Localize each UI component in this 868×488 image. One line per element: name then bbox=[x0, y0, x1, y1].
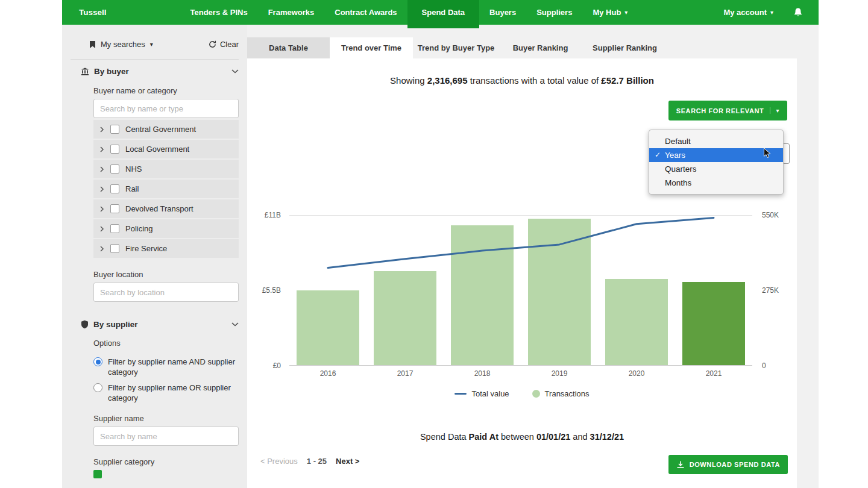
bar-2018[interactable] bbox=[451, 225, 514, 365]
buyer-category-row-devolved-transport[interactable]: Devolved Transport bbox=[93, 199, 239, 218]
nav-brand-tussell[interactable]: Tussell bbox=[62, 0, 120, 25]
tab-data-table[interactable]: Data Table bbox=[247, 37, 330, 58]
category-label: Rail bbox=[125, 184, 139, 193]
radio-checked-icon bbox=[93, 357, 102, 366]
tab-trend-over-time[interactable]: Trend over Time bbox=[330, 37, 413, 58]
footer-prefix: Spend Data bbox=[420, 432, 469, 442]
bookmark-icon bbox=[89, 40, 96, 49]
footer-and: and bbox=[570, 432, 590, 442]
buyer-category-row-nhs[interactable]: NHS bbox=[93, 160, 239, 178]
bar-slot bbox=[289, 216, 366, 365]
trend-chart: £11B £5.5B £0 550K 275K 0 bbox=[289, 215, 752, 366]
supplier-category-label: Supplier category bbox=[93, 457, 239, 466]
nav-item-suppliers[interactable]: Suppliers bbox=[526, 0, 582, 25]
nav-item-contract-awards[interactable]: Contract Awards bbox=[324, 0, 407, 25]
x-axis-label-2021: 2021 bbox=[675, 369, 752, 378]
granularity-dropdown-menu: Default ✓ Years Quarters Months bbox=[649, 130, 784, 195]
menu-item-months[interactable]: Months bbox=[649, 176, 783, 190]
my-searches-menu[interactable]: My searches ▾ bbox=[89, 40, 153, 49]
transaction-count: 2,316,695 bbox=[427, 75, 468, 86]
download-spend-data-button[interactable]: DOWNLOAD SPEND DATA bbox=[668, 455, 788, 474]
tab-supplier-ranking[interactable]: Supplier Ranking bbox=[582, 37, 668, 58]
bar-2020[interactable] bbox=[605, 279, 668, 365]
checkbox[interactable] bbox=[110, 125, 119, 134]
bar-slot bbox=[366, 216, 444, 365]
checkbox[interactable] bbox=[110, 184, 119, 193]
legend-total-value[interactable]: Total value bbox=[454, 389, 509, 398]
chevron-down-icon: ▾ bbox=[150, 42, 153, 48]
notifications-bell-icon[interactable] bbox=[784, 7, 803, 17]
tab-buyer-ranking[interactable]: Buyer Ranking bbox=[499, 37, 582, 58]
menu-item-years-label: Years bbox=[665, 151, 685, 160]
paid-at: Paid At bbox=[469, 432, 498, 442]
checkbox[interactable] bbox=[110, 164, 119, 174]
menu-item-quarters[interactable]: Quarters bbox=[649, 162, 783, 176]
my-account-label: My account bbox=[723, 8, 767, 17]
radio-and-label: Filter by supplier name AND supplier cat… bbox=[108, 357, 239, 377]
download-icon bbox=[676, 460, 685, 469]
chevron-right-icon[interactable] bbox=[99, 166, 104, 172]
category-label: NHS bbox=[125, 164, 142, 174]
buyer-category-row-policing[interactable]: Policing bbox=[93, 219, 239, 238]
checkbox[interactable] bbox=[110, 224, 119, 233]
left-axis-tick-mid: £5.5B bbox=[262, 286, 281, 295]
radio-filter-or[interactable]: Filter by supplier name OR supplier cate… bbox=[93, 383, 239, 403]
nav-item-frameworks[interactable]: Frameworks bbox=[258, 0, 325, 25]
next-page-link[interactable]: Next > bbox=[336, 457, 359, 466]
pagination: < Previous 1 - 25 Next > bbox=[260, 457, 359, 466]
buyer-location-search-input[interactable] bbox=[93, 283, 239, 302]
checkbox[interactable] bbox=[110, 204, 119, 213]
chevron-right-icon[interactable] bbox=[99, 246, 104, 252]
chart-bars bbox=[289, 215, 752, 366]
nav-item-spend-data[interactable]: Spend Data bbox=[407, 0, 480, 28]
dot-swatch-icon bbox=[532, 390, 540, 398]
x-axis-label-2018: 2018 bbox=[444, 369, 521, 378]
supplier-name-search-input[interactable] bbox=[93, 427, 239, 446]
legend-transactions[interactable]: Transactions bbox=[532, 389, 590, 398]
menu-item-years[interactable]: ✓ Years bbox=[649, 148, 783, 162]
category-label: Devolved Transport bbox=[125, 204, 193, 213]
chevron-right-icon[interactable] bbox=[99, 186, 104, 192]
summary-middle: transactions with a total value of bbox=[468, 75, 602, 86]
bar-2021[interactable] bbox=[682, 282, 745, 365]
radio-or-label: Filter by supplier name OR supplier cate… bbox=[108, 383, 239, 403]
by-buyer-title: By buyer bbox=[94, 67, 129, 76]
chart-x-axis: 201620172018201920202021 bbox=[289, 369, 752, 378]
download-button-label: DOWNLOAD SPEND DATA bbox=[690, 461, 780, 468]
tab-trend-by-buyer-type[interactable]: Trend by Buyer Type bbox=[413, 37, 499, 58]
buyer-category-row-local-government[interactable]: Local Government bbox=[93, 140, 239, 158]
clear-filters-button[interactable]: Clear bbox=[209, 40, 239, 49]
nav-item-my-hub[interactable]: My Hub ▾ bbox=[582, 0, 638, 25]
date-from: 01/01/21 bbox=[536, 432, 570, 442]
nav-item-buyers[interactable]: Buyers bbox=[479, 0, 526, 25]
x-axis-label-2019: 2019 bbox=[521, 369, 598, 378]
buyer-category-row-fire-service[interactable]: Fire Service bbox=[93, 239, 239, 258]
bar-2019[interactable] bbox=[528, 219, 591, 365]
left-axis-tick-bottom: £0 bbox=[273, 361, 281, 370]
category-label: Policing bbox=[125, 224, 153, 233]
chevron-right-icon[interactable] bbox=[99, 127, 104, 133]
by-buyer-section-header[interactable]: By buyer bbox=[81, 67, 239, 76]
buyer-name-search-input[interactable] bbox=[93, 99, 239, 118]
checkbox[interactable] bbox=[110, 145, 119, 154]
my-account-menu[interactable]: My account ▾ bbox=[713, 0, 784, 25]
search-for-relevant-button[interactable]: SEARCH FOR RELEVANT ▾ bbox=[668, 101, 787, 120]
checkbox[interactable] bbox=[110, 244, 119, 253]
nav-item-tenders-pins[interactable]: Tenders & PINs bbox=[180, 0, 258, 25]
bar-2016[interactable] bbox=[297, 290, 359, 365]
main-panel: Showing 2,316,695 transactions with a to… bbox=[247, 58, 797, 488]
previous-page-link[interactable]: < Previous bbox=[260, 457, 298, 466]
menu-item-default[interactable]: Default bbox=[649, 134, 783, 148]
buyer-category-row-rail[interactable]: Rail bbox=[93, 180, 239, 198]
chevron-right-icon[interactable] bbox=[99, 206, 104, 212]
by-supplier-section-header[interactable]: By supplier bbox=[81, 320, 239, 329]
footer-between: between bbox=[498, 432, 536, 442]
buyer-category-row-central-government[interactable]: Central Government bbox=[93, 120, 239, 139]
bar-2017[interactable] bbox=[374, 271, 436, 365]
x-axis-label-2016: 2016 bbox=[289, 369, 366, 378]
chevron-right-icon[interactable] bbox=[99, 146, 104, 152]
bar-slot bbox=[521, 216, 598, 365]
radio-filter-and[interactable]: Filter by supplier name AND supplier cat… bbox=[93, 357, 239, 377]
check-icon: ✓ bbox=[655, 148, 661, 162]
chevron-right-icon[interactable] bbox=[99, 226, 104, 232]
